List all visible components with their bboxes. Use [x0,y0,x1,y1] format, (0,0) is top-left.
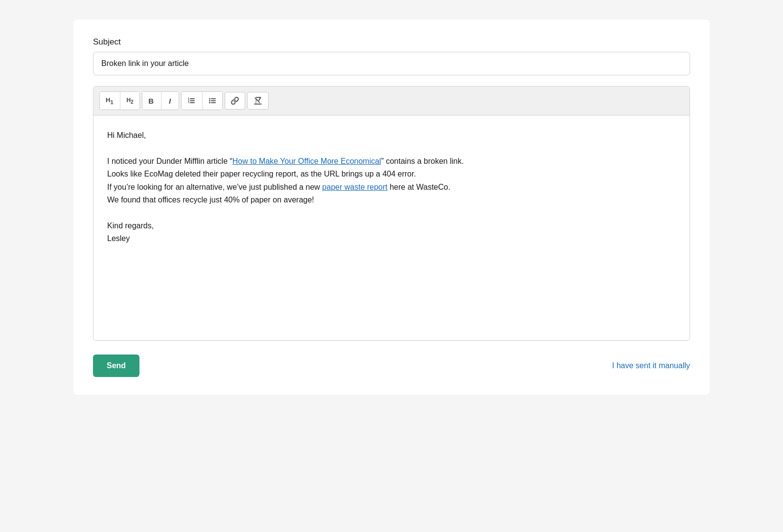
italic-label: I [169,97,171,105]
email-paragraph4: We found that offices recycle just 40% o… [107,194,676,206]
email-paragraph2: Looks like EcoMag deleted their paper re… [107,168,676,180]
ordered-list-button[interactable]: 1 2 3 [182,92,201,110]
link-button[interactable] [225,92,245,110]
h1-label: H1 [106,96,113,105]
ordered-list-icon: 1 2 3 [187,97,195,105]
email-greeting: Hi Michael, [107,129,676,142]
paragraph1-post: ” contains a broken link. [381,157,464,165]
email-closing: Kind regards, [107,220,676,232]
bold-button[interactable]: B [142,92,160,110]
manual-send-link[interactable]: I have sent it manually [612,361,690,370]
unordered-list-icon [208,97,216,105]
blank-line-1 [107,142,676,155]
unordered-list-button[interactable] [202,92,222,110]
editor-toolbar: H1 H2 B I [93,87,690,115]
svg-point-9 [209,98,210,100]
svg-text:T: T [254,99,258,104]
svg-text:3: 3 [188,101,189,104]
h1-button[interactable]: H1 [100,92,119,110]
editor-wrapper: H1 H2 B I [93,86,690,341]
h2-label: H2 [126,97,133,105]
paragraph1-pre: I noticed your Dunder Mifflin article “ [107,157,232,165]
email-compose-container: Subject H1 H2 B I [73,20,710,395]
italic-button[interactable]: I [161,92,179,110]
email-signature: Lesley [107,232,676,245]
clear-format-button[interactable]: T [247,92,269,110]
text-format-group: B I [142,91,179,110]
email-paragraph1: I noticed your Dunder Mifflin article “H… [107,155,676,168]
email-paragraph3: If you’re looking for an alternative, we… [107,181,676,194]
paragraph3-post: here at WasteCo. [388,183,450,191]
paper-waste-link[interactable]: paper waste report [322,183,387,191]
bold-label: B [148,97,154,105]
link-icon [231,97,239,105]
send-button[interactable]: Send [93,355,139,377]
clear-format-icon: T [253,96,262,105]
subject-input[interactable] [93,52,690,75]
paragraph3-pre: If you’re looking for an alternative, we… [107,183,322,191]
list-group: 1 2 3 [181,91,223,110]
h2-button[interactable]: H2 [120,92,139,110]
editor-body[interactable]: Hi Michael, I noticed your Dunder Miffli… [93,115,690,340]
blank-line-2 [107,206,676,219]
subject-label: Subject [93,37,690,47]
svg-point-10 [209,100,210,102]
article-link[interactable]: How to Make Your Office More Economical [232,157,381,165]
footer: Send I have sent it manually [93,355,690,377]
heading-group: H1 H2 [99,91,140,110]
svg-point-11 [209,102,210,104]
